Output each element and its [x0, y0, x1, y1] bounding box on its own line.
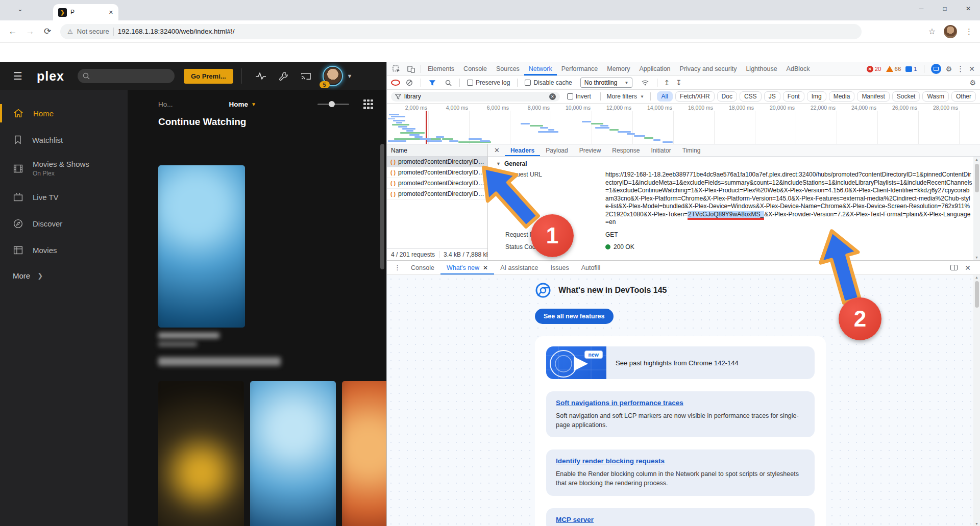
checkbox[interactable] — [525, 80, 531, 86]
filter-chip-wasm[interactable]: Wasm — [922, 91, 949, 102]
sidebar-item-watchlist[interactable]: Watchlist — [0, 127, 128, 153]
filter-chip-img[interactable]: Img — [807, 91, 826, 102]
network-overview-timeline[interactable]: 2,000 ms4,000 ms6,000 ms8,000 ms10,000 m… — [387, 104, 980, 144]
request-list-header[interactable]: Name — [387, 144, 487, 157]
detail-tab-timing[interactable]: Timing — [677, 144, 706, 156]
security-label[interactable]: Not secure — [77, 28, 109, 35]
devtools-tab-console[interactable]: Console — [459, 62, 492, 76]
invert-checkbox[interactable]: Invert — [567, 93, 591, 100]
poster-blurred[interactable] — [250, 381, 336, 526]
window-minimize-button[interactable]: ─ — [910, 0, 933, 17]
plex-token-highlight[interactable]: 2TVcGJoQ89Y9wA8oxMS_ — [688, 211, 764, 220]
error-count-badge[interactable]: ✕20 — [867, 66, 881, 72]
feature-link[interactable]: Soft navigations in performance traces — [556, 399, 805, 407]
drawer-menu-icon[interactable]: ⋮ — [390, 264, 405, 271]
devtools-tab-privacy-and-security[interactable]: Privacy and security — [675, 62, 742, 76]
filter-icon[interactable] — [425, 80, 439, 86]
reload-button[interactable]: ⟳ — [39, 26, 56, 37]
url-text[interactable]: 192.168.1.18:32400/web/index.html#!/ — [118, 28, 235, 35]
forward-button[interactable]: → — [21, 27, 39, 37]
record-network-log-button[interactable] — [391, 80, 400, 86]
feature-link[interactable]: MCP server — [556, 516, 805, 523]
devtools-settings-gear-icon[interactable]: ⚙ — [946, 65, 952, 73]
clear-filter-icon[interactable]: ✕ — [549, 93, 556, 100]
filter-chip-js[interactable]: JS — [764, 91, 780, 102]
poster-blurred[interactable] — [342, 381, 386, 526]
network-conditions-icon[interactable] — [638, 80, 653, 86]
issues-count-badge[interactable]: 1 — [905, 66, 917, 72]
scrollbar-thumb[interactable] — [975, 281, 979, 308]
dock-side-icon[interactable] — [931, 64, 941, 74]
more-filters-dropdown[interactable]: More filters ▼ — [607, 93, 644, 100]
filter-chip-font[interactable]: Font — [783, 91, 804, 102]
detail-tab-response[interactable]: Response — [606, 144, 645, 156]
throttling-dropdown[interactable]: No throttling ▼ — [580, 78, 633, 88]
sidebar-item-movies[interactable]: Movies — [0, 237, 128, 263]
scrollbar-thumb[interactable] — [975, 164, 979, 192]
slider-knob[interactable] — [329, 101, 335, 107]
filter-chip-fetch-xhr[interactable]: Fetch/XHR — [675, 91, 715, 102]
feature-link[interactable]: Identify render blocking requests — [556, 457, 805, 465]
bookmark-star-icon[interactable]: ☆ — [928, 27, 936, 36]
browser-tab[interactable]: ❯ P ✕ — [53, 4, 118, 20]
scroll-up-arrow[interactable]: ▲ — [973, 275, 980, 279]
see-all-features-button[interactable]: See all new features — [535, 309, 614, 324]
devtools-tab-elements[interactable]: Elements — [423, 62, 459, 76]
filter-chip-socket[interactable]: Socket — [892, 91, 920, 102]
request-row[interactable]: ( )promoted?contentDirectoryID=1&pinnedC… — [387, 189, 487, 199]
request-row[interactable]: ( )promoted?contentDirectoryID=1&pinnedC… — [387, 157, 487, 167]
devtools-tab-performance[interactable]: Performance — [557, 62, 603, 76]
tab-close-icon[interactable]: ✕ — [109, 9, 113, 16]
poster-blurred[interactable] — [158, 165, 245, 328]
scroll-down-arrow[interactable]: ▼ — [973, 522, 980, 525]
drawer-tab-close-icon[interactable]: ✕ — [483, 264, 488, 271]
tab-search-chevron-icon[interactable]: ⌄ — [17, 5, 23, 13]
devtools-tab-application[interactable]: Application — [634, 62, 675, 76]
plex-avatar[interactable]: 5 — [323, 66, 343, 86]
devtools-menu-icon[interactable]: ⋮ — [957, 64, 964, 73]
detail-tab-payload[interactable]: Payload — [540, 144, 573, 156]
scroll-down-arrow[interactable]: ▼ — [975, 256, 978, 259]
scroll-up-arrow[interactable]: ▲ — [975, 158, 978, 161]
filter-chip-css[interactable]: CSS — [740, 91, 762, 102]
detail-tab-headers[interactable]: Headers — [505, 144, 540, 156]
address-bar[interactable]: ⚠ Not secure 192.168.1.18:32400/web/inde… — [60, 24, 862, 39]
device-toolbar-icon[interactable] — [404, 65, 419, 73]
browser-profile-avatar[interactable] — [944, 25, 957, 38]
sidebar-more-button[interactable]: More ❯ — [0, 271, 128, 280]
drawer-tab-what-s-new[interactable]: What's new✕ — [440, 261, 494, 274]
sidebar-item-movies-shows[interactable]: Movies & Shows On Plex — [0, 153, 128, 184]
filter-query[interactable]: library — [404, 93, 546, 100]
devtools-tab-sources[interactable]: Sources — [492, 62, 524, 76]
cast-icon[interactable] — [301, 72, 311, 81]
detail-tab-preview[interactable]: Preview — [574, 144, 607, 156]
disable-cache-checkbox[interactable]: Disable cache — [525, 79, 572, 86]
headers-scrollbar[interactable]: ▲ ▼ — [973, 157, 980, 260]
plex-scrollbar-thumb[interactable] — [380, 144, 384, 269]
drawer-tab-ai-assistance[interactable]: AI assistance — [494, 261, 544, 274]
account-chevron-down-icon[interactable]: ▼ — [347, 73, 353, 79]
filter-chip-doc[interactable]: Doc — [717, 91, 737, 102]
detail-tab-initiator[interactable]: Initiator — [645, 144, 676, 156]
window-maximize-button[interactable]: □ — [933, 0, 957, 17]
back-button[interactable]: ← — [4, 27, 21, 37]
poster-blurred[interactable] — [158, 381, 244, 526]
devtools-tab-network[interactable]: Network — [524, 62, 557, 76]
filter-chip-media[interactable]: Media — [829, 91, 855, 102]
wrench-icon[interactable] — [279, 71, 288, 81]
import-har-icon[interactable]: ↥ — [662, 79, 672, 87]
sidebar-item-live-tv[interactable]: Live TV — [0, 184, 128, 210]
hamburger-menu-icon[interactable]: ☰ — [13, 70, 22, 82]
filter-chip-other[interactable]: Other — [951, 91, 976, 102]
split-panel-icon[interactable] — [950, 265, 958, 270]
request-url-value[interactable]: https://192-168-1-18.2eeb389771be4dc9ae5… — [605, 171, 973, 227]
drawer-tab-autofill[interactable]: Autofill — [575, 261, 607, 274]
window-close-button[interactable]: ✕ — [957, 0, 980, 17]
network-settings-gear-icon[interactable]: ⚙ — [969, 79, 976, 87]
drawer-close-icon[interactable]: ✕ — [965, 264, 971, 272]
devtools-tab-memory[interactable]: Memory — [602, 62, 634, 76]
warning-count-badge[interactable]: 66 — [886, 66, 901, 72]
search-network-icon[interactable] — [442, 80, 455, 86]
export-har-icon[interactable]: ↧ — [674, 79, 684, 87]
devtools-tab-adblock[interactable]: AdBlock — [782, 62, 815, 76]
